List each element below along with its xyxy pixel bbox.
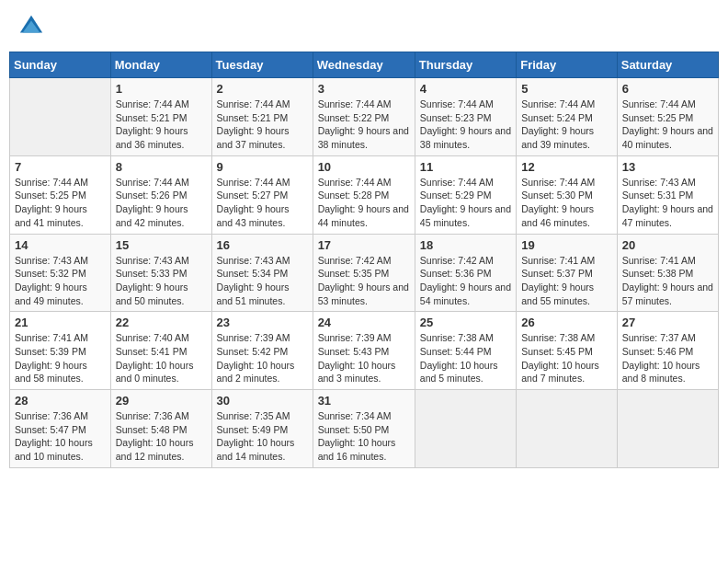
calendar-week-row: 28Sunrise: 7:36 AMSunset: 5:47 PMDayligh… — [10, 390, 719, 468]
calendar-cell: 19Sunrise: 7:41 AMSunset: 5:37 PMDayligh… — [517, 234, 618, 312]
weekday-header: Wednesday — [313, 52, 415, 78]
calendar-table: SundayMondayTuesdayWednesdayThursdayFrid… — [9, 52, 719, 468]
day-detail: Sunrise: 7:36 AMSunset: 5:48 PMDaylight:… — [116, 409, 207, 464]
day-number: 26 — [521, 316, 612, 329]
calendar-cell: 27Sunrise: 7:37 AMSunset: 5:46 PMDayligh… — [617, 312, 718, 390]
calendar-cell: 30Sunrise: 7:35 AMSunset: 5:49 PMDayligh… — [211, 390, 313, 468]
calendar-cell: 28Sunrise: 7:36 AMSunset: 5:47 PMDayligh… — [10, 390, 111, 468]
day-detail: Sunrise: 7:41 AMSunset: 5:37 PMDaylight:… — [521, 254, 612, 308]
day-detail: Sunrise: 7:41 AMSunset: 5:38 PMDaylight:… — [622, 254, 713, 308]
calendar-cell: 29Sunrise: 7:36 AMSunset: 5:48 PMDayligh… — [110, 390, 211, 468]
calendar-cell: 25Sunrise: 7:38 AMSunset: 5:44 PMDayligh… — [415, 312, 516, 390]
day-detail: Sunrise: 7:40 AMSunset: 5:41 PMDaylight:… — [116, 331, 207, 385]
calendar-cell: 9Sunrise: 7:44 AMSunset: 5:27 PMDaylight… — [211, 155, 313, 234]
calendar-cell: 4Sunrise: 7:44 AMSunset: 5:23 PMDaylight… — [415, 78, 516, 156]
day-number: 8 — [116, 160, 207, 174]
calendar-cell: 17Sunrise: 7:42 AMSunset: 5:35 PMDayligh… — [313, 234, 415, 312]
calendar-cell: 2Sunrise: 7:44 AMSunset: 5:21 PMDaylight… — [211, 78, 313, 156]
calendar-cell — [415, 390, 516, 468]
calendar-week-row: 21Sunrise: 7:41 AMSunset: 5:39 PMDayligh… — [10, 312, 719, 390]
day-number: 21 — [15, 316, 106, 329]
day-detail: Sunrise: 7:39 AMSunset: 5:43 PMDaylight:… — [318, 331, 410, 385]
calendar-week-row: 7Sunrise: 7:44 AMSunset: 5:25 PMDaylight… — [10, 155, 719, 234]
day-number: 2 — [217, 82, 308, 96]
day-detail: Sunrise: 7:34 AMSunset: 5:50 PMDaylight:… — [318, 409, 410, 464]
day-number: 11 — [420, 160, 511, 174]
day-detail: Sunrise: 7:42 AMSunset: 5:35 PMDaylight:… — [318, 254, 410, 308]
day-detail: Sunrise: 7:44 AMSunset: 5:30 PMDaylight:… — [521, 176, 612, 230]
day-number: 30 — [217, 394, 308, 408]
day-detail: Sunrise: 7:36 AMSunset: 5:47 PMDaylight:… — [15, 409, 106, 464]
day-detail: Sunrise: 7:41 AMSunset: 5:39 PMDaylight:… — [15, 331, 106, 385]
calendar-cell — [617, 390, 718, 468]
calendar-cell: 12Sunrise: 7:44 AMSunset: 5:30 PMDayligh… — [517, 155, 618, 234]
day-number: 31 — [318, 394, 410, 408]
calendar-cell: 10Sunrise: 7:44 AMSunset: 5:28 PMDayligh… — [313, 155, 415, 234]
calendar-cell: 11Sunrise: 7:44 AMSunset: 5:29 PMDayligh… — [415, 155, 516, 234]
day-number: 20 — [622, 238, 713, 252]
calendar-week-row: 1Sunrise: 7:44 AMSunset: 5:21 PMDaylight… — [10, 78, 719, 156]
day-number: 13 — [622, 160, 713, 174]
day-detail: Sunrise: 7:44 AMSunset: 5:24 PMDaylight:… — [521, 98, 612, 152]
logo — [18, 14, 46, 40]
day-number: 5 — [521, 82, 612, 96]
calendar-cell: 8Sunrise: 7:44 AMSunset: 5:26 PMDaylight… — [110, 155, 211, 234]
weekday-header: Friday — [517, 52, 618, 78]
day-number: 18 — [420, 238, 511, 252]
day-detail: Sunrise: 7:38 AMSunset: 5:45 PMDaylight:… — [521, 331, 612, 385]
day-detail: Sunrise: 7:44 AMSunset: 5:23 PMDaylight:… — [420, 98, 511, 152]
calendar-cell: 15Sunrise: 7:43 AMSunset: 5:33 PMDayligh… — [110, 234, 211, 312]
weekday-header: Monday — [110, 52, 211, 78]
day-number: 28 — [15, 394, 106, 408]
calendar-cell: 13Sunrise: 7:43 AMSunset: 5:31 PMDayligh… — [617, 155, 718, 234]
weekday-header: Thursday — [415, 52, 516, 78]
day-number: 3 — [318, 82, 410, 96]
day-detail: Sunrise: 7:43 AMSunset: 5:32 PMDaylight:… — [15, 254, 106, 308]
day-detail: Sunrise: 7:39 AMSunset: 5:42 PMDaylight:… — [217, 331, 308, 385]
page-header — [9, 9, 719, 44]
day-number: 6 — [622, 82, 713, 96]
day-detail: Sunrise: 7:43 AMSunset: 5:34 PMDaylight:… — [217, 254, 308, 308]
calendar-week-row: 14Sunrise: 7:43 AMSunset: 5:32 PMDayligh… — [10, 234, 719, 312]
calendar-cell: 6Sunrise: 7:44 AMSunset: 5:25 PMDaylight… — [617, 78, 718, 156]
calendar-cell — [517, 390, 618, 468]
day-detail: Sunrise: 7:37 AMSunset: 5:46 PMDaylight:… — [622, 331, 713, 385]
day-number: 23 — [217, 316, 308, 329]
calendar-cell: 24Sunrise: 7:39 AMSunset: 5:43 PMDayligh… — [313, 312, 415, 390]
calendar-cell: 3Sunrise: 7:44 AMSunset: 5:22 PMDaylight… — [313, 78, 415, 156]
day-detail: Sunrise: 7:43 AMSunset: 5:33 PMDaylight:… — [116, 254, 207, 308]
day-detail: Sunrise: 7:44 AMSunset: 5:26 PMDaylight:… — [116, 176, 207, 230]
day-number: 16 — [217, 238, 308, 252]
calendar-cell: 1Sunrise: 7:44 AMSunset: 5:21 PMDaylight… — [110, 78, 211, 156]
day-number: 7 — [15, 160, 106, 174]
calendar-cell — [10, 78, 111, 156]
day-number: 10 — [318, 160, 410, 174]
day-number: 25 — [420, 316, 511, 329]
day-number: 1 — [116, 82, 207, 96]
calendar-cell: 26Sunrise: 7:38 AMSunset: 5:45 PMDayligh… — [517, 312, 618, 390]
calendar-cell: 31Sunrise: 7:34 AMSunset: 5:50 PMDayligh… — [313, 390, 415, 468]
day-number: 14 — [15, 238, 106, 252]
day-detail: Sunrise: 7:43 AMSunset: 5:31 PMDaylight:… — [622, 176, 713, 230]
day-detail: Sunrise: 7:44 AMSunset: 5:28 PMDaylight:… — [318, 176, 410, 230]
calendar-cell: 23Sunrise: 7:39 AMSunset: 5:42 PMDayligh… — [211, 312, 313, 390]
day-number: 24 — [318, 316, 410, 329]
day-number: 29 — [116, 394, 207, 408]
weekday-header: Sunday — [10, 52, 111, 78]
day-detail: Sunrise: 7:42 AMSunset: 5:36 PMDaylight:… — [420, 254, 511, 308]
day-detail: Sunrise: 7:38 AMSunset: 5:44 PMDaylight:… — [420, 331, 511, 385]
day-number: 15 — [116, 238, 207, 252]
day-detail: Sunrise: 7:44 AMSunset: 5:22 PMDaylight:… — [318, 98, 410, 152]
logo-icon — [18, 14, 44, 40]
weekday-header: Tuesday — [211, 52, 313, 78]
day-detail: Sunrise: 7:44 AMSunset: 5:25 PMDaylight:… — [622, 98, 713, 152]
day-detail: Sunrise: 7:44 AMSunset: 5:29 PMDaylight:… — [420, 176, 511, 230]
day-detail: Sunrise: 7:44 AMSunset: 5:25 PMDaylight:… — [15, 176, 106, 230]
calendar-cell: 5Sunrise: 7:44 AMSunset: 5:24 PMDaylight… — [517, 78, 618, 156]
day-detail: Sunrise: 7:35 AMSunset: 5:49 PMDaylight:… — [217, 409, 308, 464]
calendar-cell: 18Sunrise: 7:42 AMSunset: 5:36 PMDayligh… — [415, 234, 516, 312]
day-number: 22 — [116, 316, 207, 329]
calendar-cell: 20Sunrise: 7:41 AMSunset: 5:38 PMDayligh… — [617, 234, 718, 312]
calendar-cell: 7Sunrise: 7:44 AMSunset: 5:25 PMDaylight… — [10, 155, 111, 234]
day-number: 12 — [521, 160, 612, 174]
